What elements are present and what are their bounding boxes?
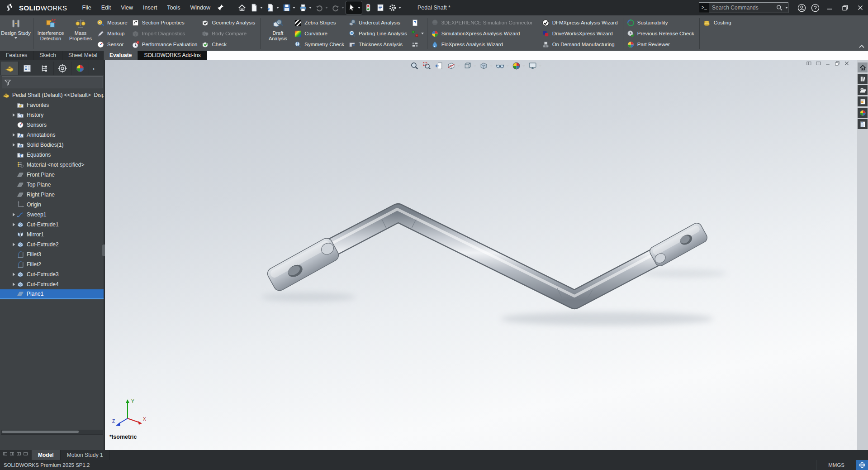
tab-sketch[interactable]: Sketch — [33, 51, 62, 60]
dock-pane-left-button[interactable] — [806, 61, 813, 69]
dropdown-caret-icon[interactable] — [309, 7, 312, 9]
minimize-window-button[interactable] — [822, 0, 837, 15]
expand-arrow-icon[interactable] — [11, 273, 16, 276]
tree-item-annotations[interactable]: Annotations — [0, 130, 105, 140]
pin-menu-icon[interactable] — [216, 4, 224, 12]
restore-window-button[interactable] — [837, 0, 853, 15]
panel-tab-configuration-manager[interactable] — [36, 62, 54, 75]
view-orientation-button[interactable] — [462, 60, 477, 72]
split-pane-3-button[interactable] — [16, 451, 22, 459]
ribbon-thickness-analysis-button[interactable]: Thickness Analysis — [347, 39, 410, 50]
dock-pane-right-button[interactable] — [816, 61, 822, 69]
ribbon-body-compare-button[interactable]: Body Compare — [200, 28, 258, 39]
close-document-button[interactable] — [844, 61, 851, 69]
ribbon-parting-line-analysis-button[interactable]: Parting Line Analysis — [347, 28, 410, 39]
file-properties-button[interactable] — [375, 1, 386, 14]
ribbon-measure-button[interactable]: Measure — [95, 17, 130, 28]
ribbon-part-reviewer-button[interactable]: Part Reviewer — [626, 39, 697, 50]
save-button[interactable] — [281, 1, 297, 14]
task-pane-view-palette-button[interactable] — [858, 96, 868, 106]
tree-filter-input[interactable] — [13, 79, 103, 86]
expand-arrow-icon[interactable] — [11, 223, 16, 226]
tree-item-pedal-shaft-default-default-disp[interactable]: Pedal Shaft (Default) <<Default>_Disp — [0, 90, 105, 100]
ribbon-driveworksxpress-wizard-button[interactable]: DriveWorksXpress Wizard — [541, 28, 621, 39]
select-button[interactable] — [346, 1, 362, 14]
ribbon-check-button[interactable]: Check — [200, 39, 258, 50]
dropdown-caret-icon[interactable] — [522, 65, 525, 67]
ribbon-zebra-stripes-button[interactable]: Zebra Stripes — [293, 17, 347, 28]
collapse-ribbon-icon[interactable] — [858, 43, 865, 49]
ribbon-3dexperience-simulation-connector-button[interactable]: 3DEXPERIENCE Simulation Connector — [430, 17, 536, 28]
undo-button[interactable] — [313, 1, 329, 14]
ribbon-compare-tools-button[interactable] — [410, 28, 425, 39]
dropdown-caret-icon[interactable] — [358, 7, 360, 9]
scrollbar-thumb[interactable] — [2, 431, 79, 433]
tree-item-cut-extrude2[interactable]: Cut-Extrude2 — [0, 240, 105, 249]
tab-solidworks-add-ins[interactable]: SOLIDWORKS Add-Ins — [138, 51, 207, 60]
split-pane-1-button[interactable] — [3, 451, 9, 459]
graphics-area[interactable]: Y X Z *Isometric — [105, 60, 857, 450]
dropdown-caret-icon[interactable] — [260, 7, 263, 9]
panel-tab-property-manager[interactable] — [19, 62, 36, 75]
ribbon-geometry-analysis-button[interactable]: Geometry Analysis — [200, 17, 258, 28]
tree-item-fillet3[interactable]: Fillet3 — [0, 249, 105, 259]
task-pane-file-explorer-button[interactable] — [858, 85, 868, 95]
dropdown-caret-icon[interactable] — [276, 7, 279, 9]
bottom-tab-motion-study-1[interactable]: Motion Study 1 — [61, 450, 110, 460]
restore-document-button[interactable] — [835, 61, 841, 69]
tree-item-mirror1[interactable]: Mirror1 — [0, 230, 105, 240]
dropdown-caret-icon[interactable] — [325, 7, 328, 9]
ribbon-sustainability-button[interactable]: Sustainability — [626, 17, 697, 28]
tree-item-cut-extrude1[interactable]: Cut-Extrude1 — [0, 220, 105, 230]
open-file-button[interactable] — [265, 1, 280, 14]
dropdown-caret-icon[interactable] — [398, 7, 401, 9]
task-pane-home-button[interactable] — [858, 62, 868, 72]
ribbon-interference-detection-button[interactable]: Interference Detection — [36, 16, 66, 51]
minimize-document-button[interactable] — [825, 61, 832, 69]
task-pane-appearances-scenes-button[interactable] — [858, 108, 868, 118]
rebuild-button[interactable] — [362, 1, 374, 14]
dropdown-caret-icon[interactable] — [506, 65, 509, 67]
expand-arrow-icon[interactable] — [11, 283, 16, 286]
ribbon-dfmxpress-analysis-wizard-button[interactable]: DFMXpress Analysis Wizard — [541, 17, 621, 28]
task-pane-custom-properties-button[interactable] — [858, 119, 868, 129]
ribbon-undercut-analysis-button[interactable]: Undercut Analysis — [347, 17, 410, 28]
tree-item-sweep1[interactable]: Sweep1 — [0, 210, 105, 220]
split-pane-4-button[interactable] — [23, 451, 29, 459]
view-settings-button[interactable] — [527, 60, 542, 72]
web-help-tile[interactable] — [856, 460, 868, 470]
panel-tab-dimxpert-manager[interactable] — [54, 62, 71, 75]
display-style-button[interactable] — [478, 60, 493, 72]
dropdown-caret-icon[interactable] — [14, 37, 17, 39]
hide-show-items-button[interactable] — [494, 60, 510, 72]
tree-item-origin[interactable]: Origin — [0, 200, 105, 210]
dropdown-caret-icon[interactable] — [457, 65, 460, 67]
split-pane-2-button[interactable] — [9, 451, 15, 459]
section-view-button[interactable] — [446, 60, 461, 72]
dropdown-caret-icon[interactable] — [539, 65, 541, 67]
user-account-button[interactable] — [795, 0, 808, 15]
ribbon-design-study-button[interactable]: Design Study — [1, 16, 31, 51]
expand-arrow-icon[interactable] — [11, 143, 16, 147]
bottom-tab-model[interactable]: Model — [32, 450, 61, 460]
new-file-button[interactable] — [248, 1, 264, 14]
menu-file[interactable]: File — [77, 1, 96, 14]
tab-evaluate[interactable]: Evaluate — [104, 51, 138, 60]
redo-button[interactable] — [330, 1, 346, 14]
ribbon-on-demand-manufacturing-button[interactable]: On Demand Manufacturing — [541, 39, 621, 50]
tree-item-favorites[interactable]: Favorites — [0, 100, 105, 110]
search-dropdown-icon[interactable] — [785, 7, 788, 9]
dropdown-caret-icon[interactable] — [490, 65, 493, 67]
expand-arrow-icon[interactable] — [11, 113, 16, 117]
search-input[interactable] — [709, 5, 776, 11]
tree-item-front-plane[interactable]: Front Plane — [0, 170, 105, 180]
edit-appearance-button[interactable] — [511, 60, 526, 72]
help-button[interactable] — [808, 0, 822, 15]
tree-item-right-plane[interactable]: Right Plane — [0, 190, 105, 200]
panel-tab-featuremanager-design-tree[interactable] — [1, 62, 19, 75]
tree-item-material-not-specified[interactable]: Material <not specified> — [0, 160, 105, 170]
units-selector[interactable]: MMGS — [816, 460, 856, 470]
ribbon-symmetry-check-button[interactable]: Symmetry Check — [293, 39, 347, 50]
expand-arrow-icon[interactable] — [11, 133, 16, 137]
dropdown-caret-icon[interactable] — [342, 7, 344, 9]
